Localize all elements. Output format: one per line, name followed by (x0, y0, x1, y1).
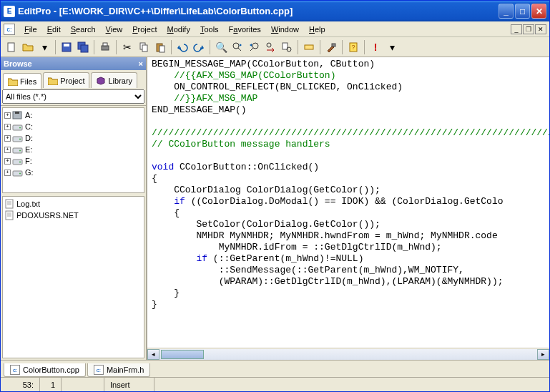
tab-library[interactable]: Library (91, 72, 137, 88)
find-icon[interactable]: 🔍 (213, 39, 229, 55)
scroll-track[interactable] (159, 349, 537, 360)
open-file-icon[interactable] (20, 39, 36, 55)
doc-tab[interactable]: c:MainFrm.h (87, 363, 151, 377)
expand-icon[interactable]: + (4, 147, 11, 153)
browse-close-icon[interactable]: × (139, 59, 143, 68)
save-icon[interactable] (59, 39, 74, 55)
redo-icon[interactable] (191, 39, 207, 55)
horizontal-scrollbar[interactable]: ◂ ▸ (147, 348, 549, 360)
menu-window[interactable]: Window (266, 24, 304, 35)
menu-modify[interactable]: Modify (162, 24, 195, 35)
expand-icon[interactable]: + (4, 158, 11, 165)
drive-node[interactable]: +C: (4, 121, 142, 132)
mdi-restore-button[interactable]: ❐ (523, 24, 534, 34)
tab-project[interactable]: Project (43, 72, 89, 88)
project-tab-icon (48, 77, 58, 85)
scroll-left-icon[interactable]: ◂ (147, 349, 159, 360)
app-icon: E (4, 6, 15, 17)
svg-rect-4 (81, 45, 88, 52)
svg-rect-23 (15, 112, 19, 114)
svg-point-31 (19, 162, 21, 163)
drive-label: A: (25, 111, 32, 119)
paste-icon[interactable] (152, 39, 168, 55)
find-next-icon[interactable] (230, 39, 245, 55)
tab-project-label: Project (60, 77, 84, 85)
cut-icon[interactable]: ✂ (119, 39, 135, 55)
svg-line-12 (238, 48, 241, 51)
svg-rect-8 (142, 45, 147, 52)
svg-rect-32 (13, 171, 22, 176)
menu-edit[interactable]: Edit (42, 24, 66, 35)
find-prev-icon[interactable] (246, 39, 262, 55)
menu-file[interactable]: File (19, 24, 42, 35)
minimize-button[interactable]: _ (499, 4, 514, 19)
menu-favorites[interactable]: Favorites (224, 24, 266, 35)
drive-node[interactable]: +F: (4, 155, 142, 167)
drive-label: F: (25, 157, 32, 165)
tab-files-label: Files (20, 77, 36, 86)
scroll-thumb[interactable] (161, 350, 204, 359)
svg-rect-19 (332, 44, 335, 46)
tab-files[interactable]: Files (3, 73, 41, 89)
expand-icon[interactable]: + (4, 170, 11, 176)
code-editor[interactable]: BEGIN_MESSAGE_MAP(CColorButton, CButton)… (147, 57, 549, 348)
document-tabs: c:ColorButton.cppc:MainFrm.h (1, 360, 549, 377)
file-item[interactable]: Log.txt (4, 198, 142, 210)
copy-icon[interactable] (136, 39, 152, 55)
maximize-button[interactable]: □ (515, 4, 530, 19)
file-list[interactable]: Log.txtPDOXUSRS.NET (2, 196, 144, 358)
find-in-files-icon[interactable] (279, 39, 295, 55)
drive-node[interactable]: +E: (4, 144, 142, 155)
title-bar[interactable]: E EditPro - [E:\WORK_DIR\VC++\Differ\Lif… (1, 1, 549, 21)
mdi-close-button[interactable]: ✕ (535, 24, 546, 34)
menu-tools[interactable]: Tools (195, 24, 224, 35)
file-name: Log.txt (16, 200, 40, 208)
expand-icon[interactable]: + (4, 112, 11, 119)
alert-dropdown-icon[interactable]: ▾ (384, 39, 400, 55)
doc-tab[interactable]: c:ColorButton.cpp (4, 363, 86, 377)
expand-icon[interactable]: + (4, 135, 11, 142)
file-filter-select[interactable]: All files (*.*) (2, 89, 144, 104)
drive-node[interactable]: +G: (4, 167, 142, 178)
menu-help[interactable]: Help (304, 24, 330, 35)
browse-header[interactable]: Browse × (1, 57, 146, 70)
disk-icon (12, 122, 24, 132)
ruler-icon[interactable] (301, 39, 317, 55)
mdi-doc-icon[interactable]: c: (4, 24, 15, 35)
drive-node[interactable]: +A: (4, 109, 142, 121)
status-blank1 (62, 378, 104, 391)
disk-icon (12, 156, 24, 166)
doc-icon: c: (10, 365, 20, 375)
svg-point-29 (19, 150, 21, 152)
drive-label: E: (25, 145, 32, 154)
file-item[interactable]: PDOXUSRS.NET (4, 210, 142, 221)
help-icon[interactable]: ? (345, 39, 361, 55)
menu-view[interactable]: View (101, 24, 128, 35)
app-window: E EditPro - [E:\WORK_DIR\VC++\Differ\Lif… (0, 0, 550, 392)
open-dropdown-icon[interactable]: ▾ (36, 39, 52, 55)
new-file-icon[interactable] (4, 39, 19, 55)
svg-rect-24 (13, 125, 22, 130)
window-title: EditPro - [E:\WORK_DIR\VC++\Differ\LifeL… (18, 6, 499, 16)
drive-node[interactable]: +D: (4, 132, 142, 144)
save-all-icon[interactable] (75, 39, 91, 55)
tool-hammer-icon[interactable] (323, 39, 339, 55)
disk-icon (12, 133, 24, 143)
replace-icon[interactable] (262, 39, 278, 55)
mdi-minimize-button[interactable]: _ (511, 24, 522, 34)
browse-title: Browse (4, 59, 32, 68)
svg-rect-38 (6, 211, 13, 220)
print-icon[interactable] (97, 39, 113, 55)
scroll-right-icon[interactable]: ▸ (537, 349, 549, 360)
svg-rect-2 (64, 44, 69, 46)
menu-search[interactable]: Search (66, 24, 101, 35)
svg-rect-5 (102, 46, 109, 50)
drive-tree[interactable]: +A:+C:+D:+E:+F:+G: (2, 107, 144, 193)
doc-icon: c: (94, 365, 104, 375)
menu-project[interactable]: Project (127, 24, 162, 35)
expand-icon[interactable]: + (4, 124, 11, 130)
undo-icon[interactable] (175, 39, 190, 55)
close-button[interactable]: ✕ (531, 4, 546, 19)
alert-icon[interactable]: ! (368, 39, 383, 55)
floppy-icon (12, 110, 24, 120)
